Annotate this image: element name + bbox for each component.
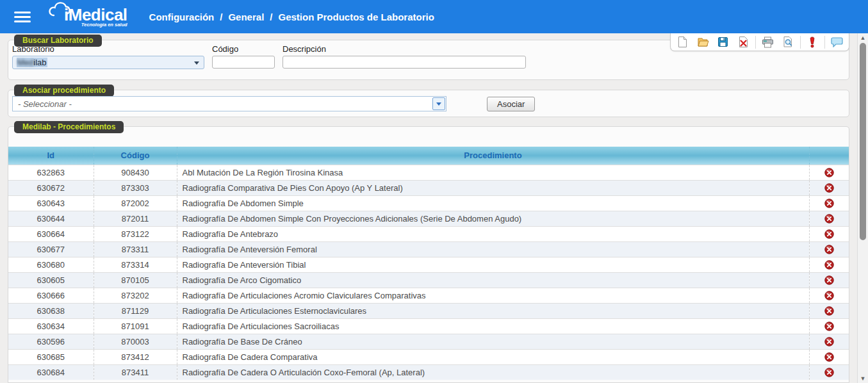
table-row: 630643872002Radiografía De Abdomen Simpl… (8, 195, 849, 211)
row-actions (809, 303, 849, 318)
breadcrumb-separator: / (270, 12, 272, 22)
delete-row-button[interactable] (824, 337, 834, 346)
preview-icon[interactable] (780, 35, 796, 50)
row-id: 630684 (8, 364, 94, 380)
search-panel-title: Buscar Laboratorio (14, 35, 102, 47)
row-actions (809, 211, 849, 226)
row-actions (809, 257, 849, 272)
row-actions (809, 165, 849, 180)
associate-panel-title: Asociar procedimiento (14, 85, 114, 97)
row-codigo: 871129 (94, 303, 177, 318)
delete-row-button[interactable] (824, 245, 834, 254)
menu-icon[interactable] (14, 9, 31, 25)
row-id: 630666 (8, 288, 94, 303)
row-id: 630664 (8, 226, 94, 241)
delete-row-button[interactable] (824, 229, 834, 239)
row-procedimiento: Abl Mutación De La Región Tirosina Kinas… (177, 165, 809, 180)
row-id: 630643 (8, 195, 94, 211)
chevron-down-icon (194, 61, 199, 65)
delete-row-button[interactable] (824, 214, 834, 224)
delete-record-icon[interactable] (735, 35, 751, 50)
row-id: 630638 (8, 303, 94, 318)
table-row: 630684873411Radiografía De Cadera O Arti… (8, 364, 849, 380)
toolbar-divider (800, 36, 801, 49)
codigo-label: Código (212, 44, 275, 54)
comment-icon[interactable] (828, 35, 845, 50)
app-header: iMedical Tecnología en salud Configuraci… (0, 0, 868, 33)
row-id: 630634 (8, 318, 94, 334)
row-procedimiento: Radiografía De Anteversión Femoral (177, 241, 809, 257)
toolbar-divider (755, 36, 756, 49)
delete-row-button[interactable] (824, 183, 834, 193)
row-procedimiento: Radiografía De Antebrazo (177, 226, 809, 241)
delete-row-button[interactable] (824, 368, 834, 377)
delete-row-button[interactable] (824, 260, 834, 270)
row-codigo: 873202 (94, 288, 177, 303)
procedures-panel: Medilab - Procedimientos Id Código Proce… (8, 126, 849, 383)
app-logo: iMedical Tecnología en salud (53, 6, 127, 28)
row-id: 630596 (8, 334, 94, 349)
procedure-select[interactable]: - Seleccionar - (12, 96, 446, 111)
record-toolbar (670, 33, 849, 51)
row-actions (809, 241, 849, 257)
row-procedimiento: Radiografía De Abdomen Simple (177, 195, 809, 211)
codigo-input[interactable] (212, 56, 275, 69)
delete-row-button[interactable] (824, 168, 834, 177)
row-codigo: 873122 (94, 226, 177, 241)
logo-title: iMedical (64, 6, 127, 23)
row-procedimiento: Radiografía De Articulaciones Acromio Cl… (177, 288, 809, 303)
print-icon[interactable] (759, 35, 776, 50)
row-id: 630644 (8, 211, 94, 226)
row-actions (809, 349, 849, 364)
new-document-icon[interactable] (675, 35, 691, 50)
chevron-down-icon[interactable] (432, 97, 445, 110)
breadcrumb-item-general[interactable]: General (228, 12, 264, 22)
vertical-scrollbar[interactable]: ▲ ▼ (857, 33, 868, 383)
scrollbar-thumb[interactable] (860, 43, 866, 240)
row-id: 630672 (8, 180, 94, 195)
cloud-icon (49, 2, 70, 20)
table-row: 630666873202Radiografía De Articulacione… (8, 288, 849, 303)
row-procedimiento: Radiografía Comparativa De Pies Con Apoy… (177, 180, 809, 195)
scroll-up-icon[interactable]: ▲ (858, 35, 868, 41)
scroll-down-icon[interactable]: ▼ (858, 375, 868, 382)
procedures-table-body: 632863908430Abl Mutación De La Región Ti… (8, 165, 849, 380)
descripcion-input[interactable] (283, 56, 526, 69)
alert-icon[interactable] (804, 35, 821, 50)
table-row: 630638871129Radiografía De Articulacione… (8, 303, 849, 318)
open-folder-icon[interactable] (694, 35, 711, 50)
procedures-panel-title: Medilab - Procedimientos (14, 121, 124, 133)
row-id: 632863 (8, 165, 94, 180)
column-header-id: Id (8, 147, 94, 165)
row-id: 630680 (8, 257, 94, 272)
row-actions (809, 180, 849, 195)
delete-row-button[interactable] (824, 275, 834, 285)
save-icon[interactable] (715, 35, 732, 50)
delete-row-button[interactable] (824, 199, 834, 208)
row-actions (809, 288, 849, 303)
row-codigo: 870003 (94, 334, 177, 349)
delete-row-button[interactable] (824, 291, 834, 300)
table-row: 630672873303Radiografía Comparativa De P… (8, 180, 849, 195)
row-codigo: 871091 (94, 318, 177, 334)
row-id: 630677 (8, 241, 94, 257)
asociar-button[interactable]: Asociar (487, 97, 535, 111)
table-header-row: Id Código Procedimiento (8, 147, 849, 165)
laboratorio-select[interactable]: Medilab (12, 56, 204, 69)
row-codigo: 873314 (94, 257, 177, 272)
delete-row-button[interactable] (824, 306, 834, 316)
delete-row-button[interactable] (824, 322, 834, 331)
table-row: 630677873311Radiografía De Anteversión F… (8, 241, 849, 257)
column-header-codigo: Código (94, 147, 177, 165)
page-content: Buscar Laboratorio Laboratorio Medilab C… (0, 33, 857, 383)
delete-row-button[interactable] (824, 352, 834, 362)
descripcion-label: Descripción (283, 44, 526, 54)
table-row: 630644872011Radiografía De Abdomen Simpl… (8, 211, 849, 226)
associate-procedure-panel: Asociar procedimiento - Seleccionar - As… (8, 90, 849, 117)
row-actions (809, 318, 849, 334)
breadcrumb-item-configuracion[interactable]: Configuración (149, 12, 215, 22)
row-actions (809, 272, 849, 288)
row-codigo: 873303 (94, 180, 177, 195)
row-actions (809, 195, 849, 211)
row-codigo: 872002 (94, 195, 177, 211)
